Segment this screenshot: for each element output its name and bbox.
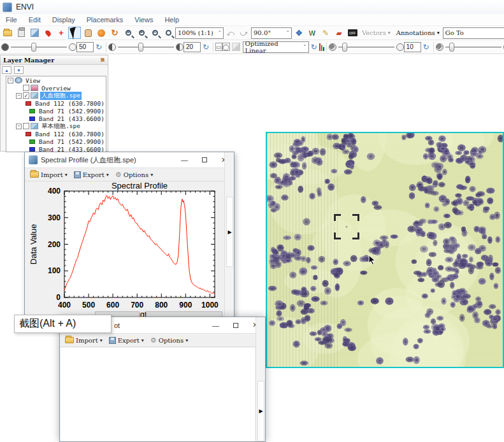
menu-display[interactable]: Display <box>47 15 81 25</box>
tree-band-row[interactable]: Band 71 (542.9900) <box>6 107 106 115</box>
transparency-slider[interactable] <box>445 41 501 53</box>
zoom-in-icon[interactable]: + <box>135 27 148 39</box>
stretch-rect-icon[interactable]: ▭ <box>215 43 222 51</box>
dock-pin-icon[interactable] <box>98 56 106 64</box>
tree-layer-row[interactable]: Overview <box>6 84 106 92</box>
import-menu[interactable]: Import▾ <box>30 171 68 178</box>
layer-visibility-checkbox[interactable] <box>23 85 29 91</box>
expand-panel-button[interactable]: ▶ <box>226 197 233 267</box>
tree-expander[interactable]: − <box>8 78 13 83</box>
tree-layer-row[interactable]: −草本细胞.spe <box>6 122 106 130</box>
spectral-profile-window[interactable]: Spectral Profile (人血细胞.spe) — ✕ Import▾ … <box>24 152 234 322</box>
svg-text:200: 200 <box>48 240 61 249</box>
minimize-button[interactable]: — <box>206 318 226 333</box>
contrast-slider[interactable] <box>118 41 174 53</box>
brightness-value[interactable]: 50 <box>76 42 94 52</box>
minimize-button[interactable]: — <box>175 152 194 168</box>
rotation-combo[interactable]: 90.0°˅ <box>251 27 292 39</box>
contrast-reset-icon[interactable]: ↻ <box>201 43 211 52</box>
options-menu[interactable]: ⚙Options▾ <box>150 336 188 345</box>
layer-visibility-checkbox[interactable] <box>23 123 29 129</box>
spectral-window-titlebar[interactable]: Spectral Profile (人血细胞.spe) — ✕ <box>25 152 234 168</box>
export-menu[interactable]: Export▾ <box>74 171 109 178</box>
plot-side-strip: ▶ <box>224 152 234 322</box>
histogram-icon[interactable] <box>319 43 324 51</box>
crosshair-icon[interactable]: + <box>55 27 68 39</box>
band-color-chip <box>29 117 35 121</box>
goto-combo[interactable]: Go To˅ <box>443 27 504 39</box>
stretch-ellipse-icon[interactable]: ◯ <box>222 43 230 51</box>
layer-visibility-checkbox[interactable]: ✓ <box>23 92 29 99</box>
menu-bar: FileEditDisplayPlacemarksViewsHelp <box>0 14 504 25</box>
contrast-max-icon <box>176 43 184 51</box>
tree-band-row[interactable]: Band 21 (433.6600) <box>6 115 106 122</box>
spectral-profile-icon[interactable]: W <box>306 27 319 39</box>
zoom-box-icon[interactable]: + <box>122 27 134 39</box>
raster-icon <box>31 92 38 99</box>
tree-expander[interactable]: − <box>16 124 22 129</box>
paste-icon[interactable] <box>15 27 27 39</box>
export-menu[interactable]: Export▾ <box>109 337 144 344</box>
app-title: ENVI <box>16 3 34 11</box>
menu-placemarks[interactable]: Placemarks <box>81 15 129 25</box>
expand-all-button[interactable]: ▼ <box>14 66 24 74</box>
expand-panel-button[interactable]: ▶ <box>257 381 264 441</box>
overview-icon <box>31 85 38 91</box>
tree-band-row[interactable]: Band 112 (630.7800) <box>6 99 106 107</box>
pan-hand-icon[interactable] <box>82 27 94 39</box>
plot-window-icon <box>29 155 38 164</box>
import-menu[interactable]: Import▾ <box>65 337 103 344</box>
maximize-button[interactable] <box>226 318 245 333</box>
tree-item-label: Band 71 (542.9900) <box>38 138 106 145</box>
raster-icon <box>31 123 38 129</box>
maximize-button[interactable] <box>194 152 214 168</box>
crosshair-profile-icon[interactable]: ✥ <box>292 27 305 39</box>
menu-help[interactable]: Help <box>159 15 185 25</box>
roi-tool-icon[interactable]: ▰ <box>333 27 345 39</box>
tree-expander[interactable]: − <box>16 93 22 99</box>
image-display-view[interactable] <box>266 132 504 368</box>
tree-band-row[interactable]: Band 71 (542.9900) <box>6 138 106 145</box>
fly-tool-icon[interactable] <box>95 27 108 39</box>
tree-item-label: Overview <box>40 85 72 92</box>
menu-file[interactable]: File <box>0 15 23 25</box>
contrast-value[interactable]: 20 <box>184 42 201 52</box>
stretch-reset-icon[interactable]: ↻ <box>309 43 319 52</box>
raster-color-slices-icon[interactable]: OFF <box>346 27 359 39</box>
sharpen-value[interactable]: 10 <box>404 42 421 52</box>
second-plot-window[interactable]: ot — ✕ Import▾ Export▾ ⚙Options▾ ▶ <box>59 317 266 442</box>
svg-text:1000: 1000 <box>201 301 219 310</box>
open-file-icon[interactable] <box>1 27 14 39</box>
sharpen-slider[interactable] <box>338 41 394 53</box>
rotate-right-icon: ⤻ <box>238 27 250 39</box>
stretch-combo[interactable]: Optimized Linear˅ <box>243 41 309 53</box>
select-arrow-icon[interactable] <box>68 27 81 39</box>
spectral-profile-chart: Spectral Profile400500600700800900100001… <box>25 183 225 320</box>
band-color-chip <box>25 132 31 136</box>
empty-plot-area <box>61 348 255 441</box>
menu-edit[interactable]: Edit <box>23 15 47 25</box>
rotate-view-icon[interactable]: ↻ <box>108 27 121 39</box>
brightness-slider[interactable] <box>11 41 67 53</box>
svg-text:400: 400 <box>58 301 71 310</box>
tree-band-row[interactable]: Band 112 (630.7800) <box>6 130 106 138</box>
zoom-combo[interactable]: 100% (1:1)˅ <box>175 27 224 39</box>
layer-manager-header[interactable]: Layer Manager <box>1 55 108 65</box>
brightness-reset-icon[interactable]: ↻ <box>94 43 104 52</box>
placemark-icon[interactable] <box>41 27 54 39</box>
menu-views[interactable]: Views <box>129 15 159 25</box>
sharpen-reset-icon[interactable]: ↻ <box>421 43 431 52</box>
envi-app-icon <box>3 3 12 12</box>
options-menu[interactable]: ⚙Options▾ <box>115 171 153 179</box>
scatter-plot-icon[interactable]: ✎ <box>319 27 332 39</box>
svg-text:600: 600 <box>106 301 119 310</box>
tree-layer-row[interactable]: −✓人血细胞.spe <box>6 92 106 99</box>
zoom-out-icon[interactable]: − <box>148 27 161 39</box>
fixed-zoom-icon[interactable] <box>162 27 175 39</box>
band-color-chip <box>25 101 31 106</box>
tree-layer-row[interactable]: −View <box>6 76 106 84</box>
collapse-all-button[interactable]: ▲ <box>2 66 11 74</box>
brightness-min-icon <box>1 43 9 51</box>
data-manager-icon[interactable] <box>28 27 41 39</box>
annotations-dropdown[interactable]: Annotations▾ <box>394 29 442 36</box>
